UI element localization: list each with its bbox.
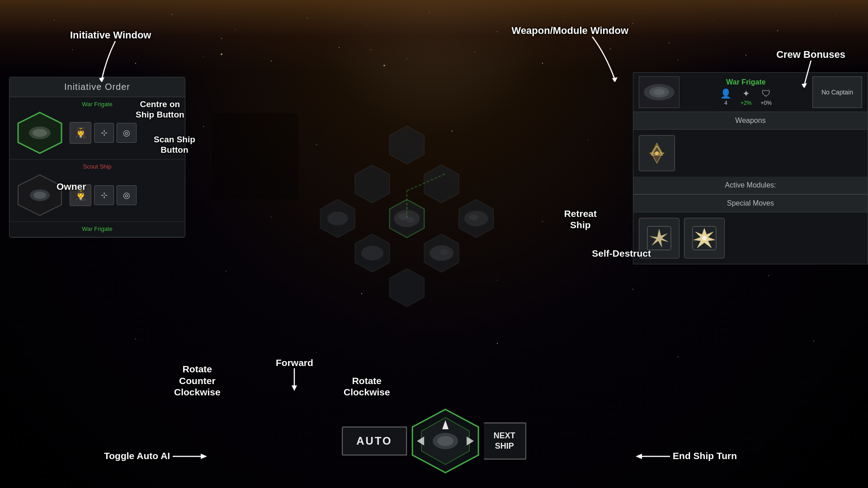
stat-defense-bonus: 🛡 +0% — [761, 89, 772, 106]
stat-attack-bonus: ✦ +2% — [741, 88, 751, 106]
svg-marker-62 — [424, 165, 459, 203]
svg-marker-63 — [355, 165, 390, 203]
next-ship-button[interactable]: NEXT SHIP — [484, 422, 526, 460]
svg-point-78 — [327, 211, 348, 225]
main-layer: Initiative Window Initiative Order War F… — [0, 0, 868, 488]
svg-point-70 — [469, 214, 478, 220]
ship-entry-row-2: 👨‍✈️ ⊹ ◎ — [14, 173, 180, 218]
ship-name-war-frigate-1: War Frigate — [14, 101, 180, 108]
weapon-panel: War Frigate 👤 4 ✦ +2% 🛡 +0% — [633, 72, 868, 264]
centre-on-ship-button-1[interactable]: ⊹ — [94, 123, 114, 143]
svg-marker-76 — [390, 269, 425, 307]
weapons-section-header: Weapons — [633, 112, 868, 130]
svg-rect-81 — [212, 113, 298, 199]
svg-point-75 — [440, 249, 448, 255]
svg-point-88 — [655, 151, 659, 155]
weapon-slot-1[interactable] — [639, 135, 675, 171]
ship-entry-war-frigate-1: War Frigate 👩‍✈️ ⊹ ◎ — [9, 97, 185, 160]
self-destruct-button[interactable] — [684, 218, 725, 258]
initiative-panel: Initiative Order War Frigate 👩‍✈️ ⊹ ◎ — [9, 77, 185, 238]
svg-point-67 — [406, 217, 415, 223]
bottom-controls: AUTO NEXT SHIP — [342, 408, 526, 474]
svg-point-60 — [33, 192, 46, 199]
ship-entry-war-frigate-2: War Frigate — [9, 222, 185, 237]
stat-crew: 👤 4 — [720, 88, 731, 106]
ship-hex-2 — [14, 173, 66, 218]
scan-ship-button-2[interactable]: ◎ — [117, 185, 137, 205]
weapon-module-annotation: Weapon/Module Window — [512, 25, 628, 82]
scan-ship-button-1[interactable]: ◎ — [117, 123, 137, 143]
end-ship-turn-annotation: End Ship Turn — [634, 450, 737, 463]
svg-point-91 — [702, 236, 707, 240]
active-modules-section-header: Active Modules: — [633, 177, 868, 194]
special-moves-section-header: Special Moves — [633, 194, 868, 212]
svg-point-57 — [33, 129, 47, 137]
ship-controls-1: 👩‍✈️ ⊹ ◎ — [70, 122, 137, 144]
center-control-hex[interactable] — [407, 408, 484, 474]
svg-marker-61 — [390, 126, 425, 164]
initiative-header: Initiative Order — [9, 77, 185, 97]
captain-avatar-1[interactable]: 👩‍✈️ — [70, 122, 91, 144]
svg-marker-93 — [201, 454, 207, 459]
defense-bonus-icon: 🛡 — [762, 89, 771, 99]
ship-entry-scout: Scout Ship 👨‍✈️ ⊹ ◎ — [9, 160, 185, 222]
toggle-auto-annotation: Toggle Auto AI — [104, 450, 209, 463]
weapon-panel-ship-name: War Frigate — [684, 78, 808, 86]
stat-crew-value: 4 — [724, 100, 727, 106]
weapon-panel-ship-row: War Frigate 👤 4 ✦ +2% 🛡 +0% — [633, 73, 868, 112]
special-moves-grid — [633, 212, 868, 264]
weapons-grid — [633, 130, 868, 177]
attack-bonus-icon: ✦ — [742, 88, 750, 99]
initiative-window-annotation: Initiative Window — [70, 29, 151, 82]
svg-point-72 — [361, 246, 384, 261]
retreat-ship-button[interactable] — [639, 218, 679, 258]
stat-attack-bonus-value: +2% — [741, 100, 751, 106]
no-captain-box[interactable]: No Captain — [812, 76, 862, 108]
crew-icon: 👤 — [720, 88, 731, 99]
ship-controls-2: 👨‍✈️ ⊹ ◎ — [70, 184, 137, 206]
svg-marker-94 — [636, 454, 642, 459]
ship-name-war-frigate-2: War Frigate — [14, 225, 180, 232]
weapon-panel-ship-stats: War Frigate 👤 4 ✦ +2% 🛡 +0% — [684, 78, 808, 106]
svg-marker-82 — [612, 77, 618, 82]
ship-hex-1 — [14, 110, 66, 155]
svg-point-86 — [654, 89, 665, 95]
stat-defense-bonus-value: +0% — [761, 100, 772, 106]
centre-on-ship-button-2[interactable]: ⊹ — [94, 185, 114, 205]
ship-entry-row-1: 👩‍✈️ ⊹ ◎ — [14, 110, 180, 155]
svg-point-98 — [437, 436, 453, 446]
hex-map[interactable] — [190, 113, 624, 416]
weapon-panel-ship-thumbnail — [639, 76, 679, 108]
weapon-panel-stats-row: 👤 4 ✦ +2% 🛡 +0% — [684, 88, 808, 106]
captain-avatar-2[interactable]: 👨‍✈️ — [70, 184, 91, 206]
auto-button[interactable]: AUTO — [342, 427, 407, 455]
ship-name-scout: Scout Ship — [14, 163, 180, 170]
